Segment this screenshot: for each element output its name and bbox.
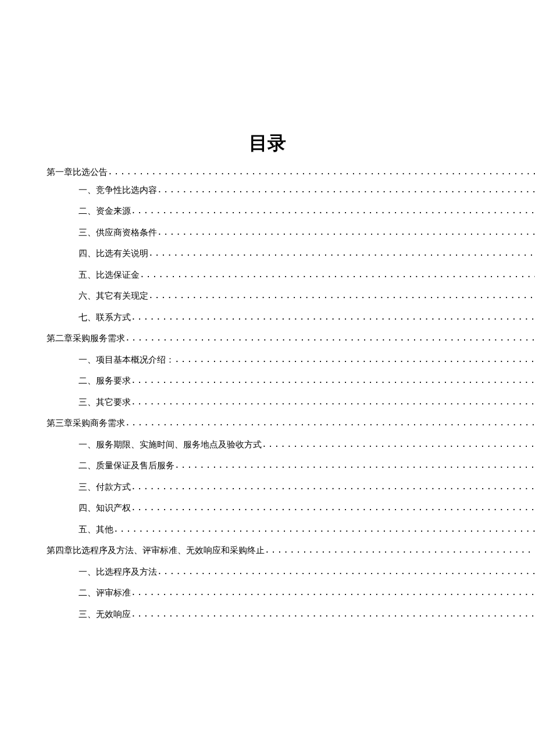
dot-leader (265, 545, 535, 554)
entry-label: 五、比选保证金 (79, 270, 140, 281)
dot-leader (131, 503, 535, 512)
entry-label: 三、付款方式 (79, 482, 131, 493)
entry-label: 一、竞争性比选内容 (79, 185, 157, 196)
dot-leader (108, 167, 535, 176)
toc-entry: 第四章比选程序及方法、评审标准、无效响应和采购终止87 (47, 545, 535, 556)
toc-entry: 五、其他76 (79, 524, 535, 535)
dot-leader (157, 185, 535, 194)
toc-entry: 三、付款方式75 (79, 482, 535, 493)
entry-label: 一、比选程序及方法 (79, 567, 157, 578)
entry-label: 一、项目基本概况介绍： (79, 354, 174, 366)
dot-leader (157, 567, 535, 576)
toc-entry: 三、无效响应12++ (79, 609, 535, 620)
toc-entry: 二、评审标准109 (79, 587, 535, 599)
dot-leader (125, 418, 535, 427)
dot-leader (262, 439, 535, 449)
toc-entry: 二、资金来源1 (79, 206, 535, 217)
toc-entry: 第一章比选公告1 (47, 167, 535, 178)
toc-entry: 六、其它有关现定32 (79, 291, 535, 302)
entry-label: 二、资金来源 (79, 206, 131, 217)
entry-label: 第四章比选程序及方法、评审标准、无效响应和采购终止 (47, 545, 265, 556)
dot-leader (148, 248, 535, 257)
dot-leader (131, 375, 535, 385)
entry-label: 第三章采购商务需求 (47, 418, 125, 429)
entry-label: 三、无效响应 (79, 609, 131, 620)
toc-entry: 一、服务期限、实施时间、服务地点及验收方式54 (79, 439, 535, 450)
dot-leader (113, 524, 535, 533)
entry-label: 第二章采购服务需求 (47, 333, 125, 344)
entry-label: 三、供应商资格条件 (79, 227, 157, 238)
toc-entry: 第三章采购商务需求54 (47, 418, 535, 429)
toc-entry: 三、其它要求装 (79, 397, 535, 408)
entry-label: 第一章比选公告 (47, 167, 108, 178)
dot-leader (140, 270, 535, 279)
toc-entry: 三、供应商资格条件1 (79, 227, 535, 238)
dot-leader (131, 206, 535, 215)
entry-label: 二、质量保证及售后服务 (79, 460, 174, 471)
entry-label: 五、其他 (79, 524, 113, 535)
dot-leader (131, 587, 535, 597)
toc-entry: 一、竞争性比选内容1 (79, 185, 535, 196)
toc-entry: 一、项目基本概况介绍：43 (79, 354, 535, 366)
toc-entry: 二、质量保证及售后服务65 (79, 460, 535, 471)
entry-label: 七、联系方式 (79, 312, 131, 323)
dot-leader (131, 609, 535, 618)
toc-title: 目录 (47, 131, 488, 156)
entry-label: 二、评审标准 (79, 587, 131, 599)
dot-leader (131, 397, 535, 406)
toc-entry: 四、知识产权* (79, 503, 535, 514)
dot-leader (131, 482, 535, 491)
dot-leader (148, 291, 535, 300)
toc-entry: 一、比选程序及方法87 (79, 567, 535, 578)
entry-label: 三、其它要求 (79, 397, 131, 408)
entry-label: 四、比选有关说明 (79, 248, 148, 259)
toc-entry: 第二章采购服务需求4Λ (47, 333, 535, 344)
entry-label: 一、服务期限、实施时间、服务地点及验收方式 (79, 439, 262, 450)
dot-leader (174, 460, 535, 470)
entry-label: 二、服务要求 (79, 375, 131, 386)
toc-entry: 四、比选有关说明1 (79, 248, 535, 259)
toc-entry: 五、比选保证金32 (79, 270, 535, 281)
dot-leader (174, 354, 535, 364)
dot-leader (131, 312, 535, 321)
toc-entry: 二、服务要求" (79, 375, 535, 386)
entry-label: 六、其它有关现定 (79, 291, 148, 302)
table-of-contents: 第一章比选公告1 一、竞争性比选内容1 二、资金来源1 三、供应商资格条件1 四… (47, 167, 488, 625)
dot-leader (125, 333, 535, 342)
toc-entry: 七、联系方式32 (79, 312, 535, 323)
dot-leader (157, 227, 535, 237)
document-page: 目录 第一章比选公告1 一、竞争性比选内容1 二、资金来源1 三、供应商资格条件… (0, 0, 535, 625)
entry-label: 四、知识产权 (79, 503, 131, 514)
